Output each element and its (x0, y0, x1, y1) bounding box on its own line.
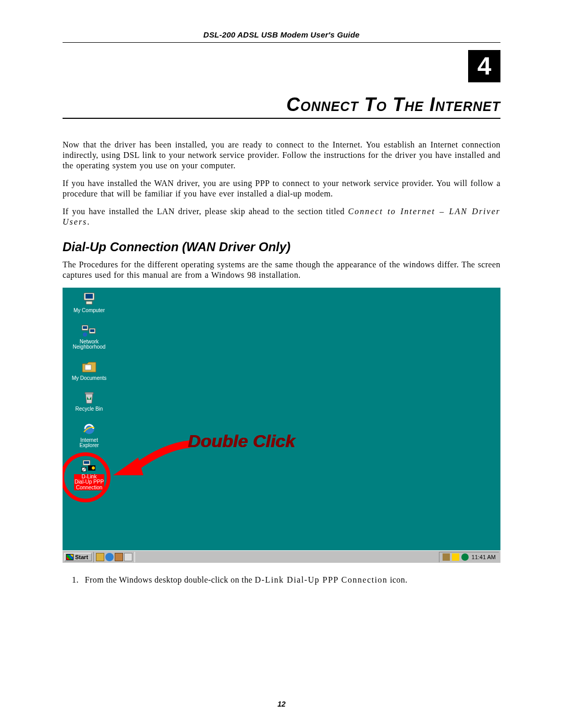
step-1: 1. From the Windows desktop double-click… (63, 575, 500, 585)
arrow-annotation (107, 439, 195, 486)
icon-label: Recycle Bin (76, 406, 103, 412)
section-intro: The Procedures for the different operati… (63, 260, 500, 280)
taskbar-clock[interactable]: 11:41 AM (471, 554, 496, 560)
svg-rect-2 (86, 301, 92, 304)
computer-icon (81, 292, 97, 306)
chapter-heading: Connect To The Internet (63, 88, 500, 119)
page-header-title: DSL-200 ADSL USB Modem User's Guide (63, 30, 500, 42)
start-label: Start (75, 554, 88, 560)
quicklaunch-icon[interactable] (96, 553, 104, 561)
trash-icon (81, 390, 97, 405)
chapter-number-badge: 4 (468, 50, 500, 82)
svg-point-7 (83, 332, 87, 337)
icon-label: My Computer (74, 307, 105, 313)
svg-marker-16 (113, 458, 143, 475)
header-divider (63, 42, 500, 43)
icon-label: Network Neighborhood (73, 339, 106, 350)
svg-rect-8 (85, 365, 91, 370)
svg-rect-1 (85, 294, 93, 299)
step-1-tail: icon. (388, 575, 408, 584)
quick-launch-bar[interactable] (93, 552, 135, 562)
taskbar: Start 11:41 AM (63, 550, 500, 563)
section-heading-dialup: Dial-Up Connection (WAN Driver Only) (63, 240, 500, 254)
recycle-bin-icon[interactable]: Recycle Bin (66, 390, 113, 412)
my-documents-icon[interactable]: My Documents (66, 360, 113, 381)
network-icon (81, 323, 97, 338)
svg-rect-9 (85, 392, 93, 394)
tray-volume-icon[interactable] (452, 553, 459, 561)
icon-label: Internet Explorer (79, 437, 99, 449)
instruction-list: 1. From the Windows desktop double-click… (63, 575, 500, 585)
quicklaunch-outlook-icon[interactable] (115, 553, 123, 561)
step-1-text: From the Windows desktop double-click on… (85, 575, 500, 585)
p3-tail: . (87, 217, 89, 226)
intro-paragraph-1: Now that the driver has been installed, … (63, 140, 500, 171)
p3-lead: If you have installed the LAN driver, pl… (63, 207, 348, 216)
windows-logo-icon (66, 554, 74, 560)
highlight-circle (63, 452, 111, 502)
step-1-lead: From the Windows desktop double-click on… (85, 575, 255, 584)
tray-network-icon[interactable] (461, 553, 469, 561)
intro-paragraph-3: If you have installed the LAN driver, pl… (63, 206, 500, 227)
folder-icon (81, 360, 97, 374)
quicklaunch-ie-icon[interactable] (105, 553, 114, 561)
svg-rect-6 (90, 329, 94, 332)
step-1-number: 1. (63, 575, 79, 585)
tray-icon[interactable] (443, 553, 450, 561)
icon-label: My Documents (72, 375, 107, 381)
system-tray[interactable]: 11:41 AM (439, 552, 499, 562)
windows98-desktop-screenshot: My Computer Network Neighborhood My Docu… (63, 288, 500, 563)
double-click-annotation: Double Click (188, 431, 295, 451)
my-computer-icon[interactable]: My Computer (66, 292, 113, 314)
start-button[interactable]: Start (64, 553, 92, 561)
intro-paragraph-2: If you have installed the WAN driver, yo… (63, 178, 500, 199)
page-number: 12 (0, 700, 563, 708)
svg-rect-4 (83, 326, 87, 329)
network-neighborhood-icon[interactable]: Network Neighborhood (66, 323, 113, 350)
internet-explorer-icon[interactable]: Internet Explorer (66, 422, 113, 449)
step-1-icon-name: D-Link Dial-Up PPP Connection (255, 575, 388, 584)
ie-icon (81, 422, 97, 436)
quicklaunch-desktop-icon[interactable] (124, 553, 132, 561)
